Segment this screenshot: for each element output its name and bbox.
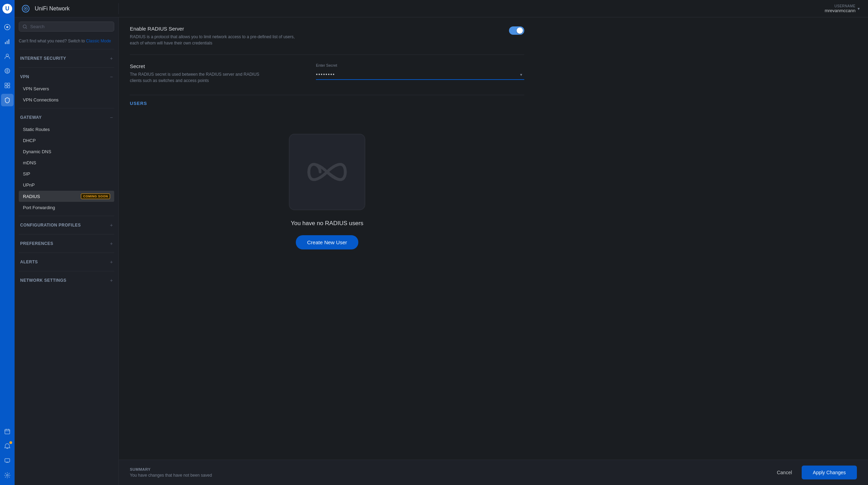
empty-state-text: You have no RADIUS users	[291, 220, 363, 227]
section-gateway-title: GATEWAY	[20, 115, 42, 120]
create-new-user-button[interactable]: Create New User	[296, 235, 358, 249]
upnp-label: UPnP	[23, 182, 35, 188]
sidebar: Can't find what you need? Switch to Clas…	[15, 17, 119, 485]
sidebar-item-dhcp[interactable]: DHCP	[19, 135, 114, 146]
section-internet-security-icon: +	[110, 56, 113, 61]
secret-input-wrapper: ▾	[316, 69, 524, 80]
search-box	[19, 22, 114, 32]
section-alerts: ALERTS +	[15, 256, 118, 268]
empty-state: You have no RADIUS users Create New User	[130, 120, 524, 267]
svg-rect-4	[8, 39, 9, 44]
nav-messages[interactable]	[1, 454, 14, 467]
secret-input[interactable]	[316, 69, 524, 80]
summary-bar: SUMMARY You have changes that have not b…	[119, 460, 868, 485]
sidebar-item-vpn-connections[interactable]: VPN Connections	[19, 94, 114, 105]
section-network-settings-title: NETWORK SETTINGS	[20, 278, 66, 283]
sidebar-item-dynamic-dns[interactable]: Dynamic DNS	[19, 146, 114, 157]
toggle-slider	[509, 26, 524, 35]
username-chevron: ▾	[858, 6, 860, 11]
nav-security[interactable]	[1, 94, 14, 106]
section-vpn-header[interactable]: VPN −	[19, 71, 114, 83]
icon-bar-bottom	[1, 425, 14, 485]
dynamic-dns-label: Dynamic DNS	[23, 149, 51, 154]
icon-nav	[1, 17, 14, 425]
search-input[interactable]	[30, 24, 110, 29]
section-internet-security-header[interactable]: INTERNET SECURITY +	[19, 52, 114, 65]
section-preferences-title: PREFERENCES	[20, 241, 53, 246]
enable-text: Enable RADIUS Server RADIUS is a protoco…	[130, 26, 303, 46]
search-container	[15, 22, 118, 36]
sidebar-item-port-forwarding[interactable]: Port Forwarding	[19, 202, 114, 213]
no-users-illustration	[304, 149, 350, 195]
sidebar-item-static-routes[interactable]: Static Routes	[19, 124, 114, 135]
notification-badge	[9, 441, 12, 444]
radius-label: RADIUS	[23, 194, 40, 199]
section-config-profiles-icon: +	[110, 222, 113, 228]
apply-changes-button[interactable]: Apply Changes	[802, 466, 857, 479]
section-gateway-icon: −	[110, 115, 113, 120]
section-preferences: PREFERENCES +	[15, 237, 118, 250]
username-area[interactable]: USERNAME mrevanmccann ▾	[825, 4, 860, 13]
section-preferences-header[interactable]: PREFERENCES +	[19, 237, 114, 250]
sidebar-item-sip[interactable]: SIP	[19, 168, 114, 179]
section-gateway-header[interactable]: GATEWAY −	[19, 111, 114, 124]
svg-rect-8	[8, 83, 10, 85]
username-label: USERNAME	[834, 4, 856, 8]
sidebar-item-upnp[interactable]: UPnP	[19, 180, 114, 190]
radius-section: Enable RADIUS Server RADIUS is a protoco…	[130, 26, 524, 84]
ubiquiti-logo: U	[2, 4, 12, 14]
divider-6	[19, 253, 114, 253]
nav-devices[interactable]	[1, 79, 14, 92]
svg-rect-7	[5, 83, 7, 85]
secret-description: The RADIUS secret is used between the RA…	[130, 71, 269, 84]
content-area: Enable RADIUS Server RADIUS is a protoco…	[119, 17, 535, 303]
nav-topology[interactable]	[1, 65, 14, 77]
app-logo-area[interactable]: U	[0, 0, 15, 17]
body-area: Can't find what you need? Switch to Clas…	[15, 17, 868, 485]
sidebar-item-vpn-servers[interactable]: VPN Servers	[19, 83, 114, 94]
section-config-profiles-title: CONFIGURATION PROFILES	[20, 223, 81, 228]
secret-row: Secret The RADIUS secret is used between…	[130, 55, 524, 84]
enable-title: Enable RADIUS Server	[130, 26, 303, 32]
section-alerts-header[interactable]: ALERTS +	[19, 256, 114, 268]
nav-clients[interactable]	[1, 50, 14, 63]
classic-mode-link[interactable]: Classic Mode	[86, 39, 111, 43]
empty-state-icon	[289, 134, 365, 210]
section-gateway: GATEWAY − Static Routes DHCP Dynamic DNS	[15, 111, 118, 213]
nav-alerts[interactable]	[1, 440, 14, 452]
sidebar-content: Can't find what you need? Switch to Clas…	[15, 17, 118, 291]
sidebar-item-radius[interactable]: RADIUS COMING SOON	[19, 191, 114, 202]
nav-settings[interactable]	[1, 469, 14, 482]
section-internet-security: INTERNET SECURITY +	[15, 52, 118, 65]
main-content: Enable RADIUS Server RADIUS is a protoco…	[119, 17, 868, 485]
cancel-button[interactable]: Cancel	[771, 467, 798, 478]
icon-bar: U	[0, 0, 15, 485]
divider-1	[19, 49, 114, 49]
sidebar-item-mdns[interactable]: mDNS	[19, 157, 114, 168]
nav-calendar[interactable]	[1, 425, 14, 438]
section-internet-security-title: INTERNET SECURITY	[20, 56, 66, 61]
section-config-profiles-header[interactable]: CONFIGURATION PROFILES +	[19, 219, 114, 231]
svg-point-17	[25, 8, 26, 9]
secret-chevron-icon: ▾	[520, 72, 522, 77]
secret-input-area: Enter Secret ▾	[316, 63, 524, 80]
nav-dashboard[interactable]	[1, 21, 14, 33]
divider-4	[19, 216, 114, 216]
mdns-label: mDNS	[23, 160, 36, 165]
section-network-settings-header[interactable]: NETWORK SETTINGS +	[19, 274, 114, 287]
section-alerts-title: ALERTS	[20, 260, 38, 264]
sip-label: SIP	[23, 171, 30, 176]
radius-enable-toggle[interactable]	[509, 26, 524, 35]
section-vpn-icon: −	[110, 74, 113, 80]
sidebar-scroll[interactable]: Can't find what you need? Switch to Clas…	[15, 17, 118, 485]
divider-5	[19, 234, 114, 235]
svg-rect-10	[8, 86, 10, 88]
svg-point-1	[6, 26, 8, 28]
unifi-logo	[20, 3, 31, 14]
dhcp-label: DHCP	[23, 138, 36, 143]
users-section-title: USERS	[130, 101, 524, 106]
enable-description: RADIUS is a protocol that allows you to …	[130, 34, 303, 46]
nav-stats[interactable]	[1, 35, 14, 48]
svg-rect-2	[5, 42, 6, 44]
summary-actions: Cancel Apply Changes	[771, 466, 857, 479]
